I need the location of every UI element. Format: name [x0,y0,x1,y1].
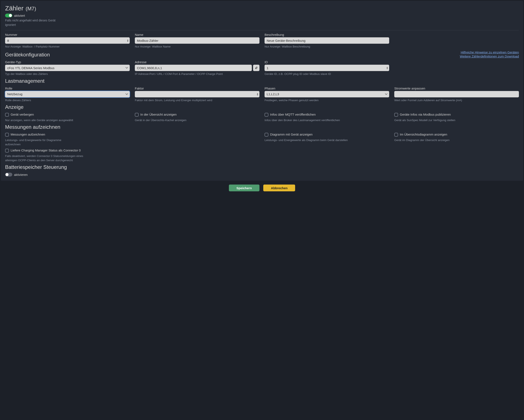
activated-label: aktiviert [14,14,25,17]
factor-field[interactable] [135,91,260,97]
mqtt-hint: Infos über den Broker des Lastmanagement… [264,118,389,122]
paperclip-icon [255,66,258,69]
address-hint: IP Adresse:Port / URL / COM Port & Param… [135,72,260,76]
diagram-device-checkbox[interactable] [264,133,268,137]
footer: Speichern Abbrechen [0,182,524,195]
address-label: Adresse [135,60,260,64]
page-title: Zähler [5,5,24,12]
device-type-hint: Typ der Wallbox oder des Zählers [5,72,130,76]
save-button[interactable]: Speichern [229,185,260,191]
modbus-publish-checkbox[interactable] [394,113,398,117]
adjust-hint: Wert oder Formel zum Addieren auf Stromw… [394,98,519,102]
phases-select[interactable]: L1,L2,L3 [264,91,389,97]
modbus-publish-hint: Gerät als SunSpec Modell zur Verfügung s… [394,118,519,122]
connector0-checkbox[interactable] [5,149,9,152]
name-field[interactable] [135,37,260,44]
attach-button[interactable] [253,65,260,71]
help-devices-link[interactable]: Hilfreiche Hinweise zu einzelnen Geräten [461,50,519,54]
name-label: Name [135,33,260,36]
number-hint: Nur Anzeige: Wallbox- / Parkplatz-Nummer [5,44,130,49]
battery-activate-label: aktivieren [14,173,28,176]
record-checkbox[interactable] [5,133,9,137]
record-hint: Leistungs- und Energiewerte für Diagramm… [5,138,69,147]
overview-diagram-checkbox[interactable] [394,133,398,137]
overview-diagram-label: Im Übersichtsdiagramm anzeigen [400,133,447,136]
connector0-hint: Falls deaktiviert, werden Connector 0 St… [5,154,90,163]
description-label: Beschreibung [264,33,389,36]
id-hint: Geräte ID, z.B. OCPP plug ID oder Modbus… [264,72,389,76]
activated-hint: Falls nicht angehakt wird dieses Gerät i… [5,18,60,27]
phases-hint: Festlegen, welche Phasen genutzt werden [264,98,389,102]
divider [5,30,519,30]
page-title-sub: (M7) [26,6,36,12]
hide-device-checkbox[interactable] [5,113,9,117]
activated-toggle[interactable] [5,14,12,17]
hide-device-label: Gerät verbergen [11,113,34,116]
battery-heading: Batteriespeicher Steuerung [5,164,519,170]
hide-device-hint: Nur anzeigen, wenn alle Geräte anzeigen … [5,118,130,122]
device-type-select[interactable]: cFos YTL DEM4A Series Modbus [5,65,130,71]
display-heading: Anzeige [5,104,519,110]
cancel-button[interactable]: Abbrechen [263,185,295,191]
factor-label: Faktor [135,86,260,90]
connector0-label: Liefere Charging Manager Status als Conn… [11,149,81,152]
diagram-device-hint: Leistungs- und Energiewerte als Diagramm… [264,138,389,142]
mqtt-label: Infos über MQTT veröffentlichen [270,113,316,116]
adjust-field[interactable] [394,91,519,97]
device-config-heading: Gerätekonfiguration [5,52,50,58]
meter-defs-link[interactable]: Weitere Zählerdefinitionen zum Download [460,55,519,58]
modbus-publish-label: Geräte Infos via Modbus publizieren [400,113,451,116]
description-hint: Nur Anzeige: Wallbox Beschreibung [264,44,389,49]
device-type-label: Geräte-Typ [5,60,130,64]
show-overview-hint: Gerät in der Übersichts-Kachel anzeigen [135,118,260,122]
description-field[interactable] [264,37,389,44]
role-select[interactable]: Netzbezug [5,91,130,97]
factor-hint: Faktor mit dem Strom, Leistung und Energ… [135,98,260,102]
mqtt-checkbox[interactable] [264,113,268,117]
battery-toggle[interactable] [5,173,12,176]
role-hint: Rolle dieses Zählers [5,98,130,102]
show-overview-checkbox[interactable] [135,113,139,117]
show-overview-label: In der Übersicht anzeigen [140,113,177,116]
overview-diagram-hint: Gerät im Diagramm der Übersicht anzeigen [394,138,519,142]
role-label: Rolle [5,86,130,90]
id-field[interactable] [264,65,389,71]
config-panel: Zähler (M7) aktiviert Falls nicht angeha… [1,1,523,181]
load-mgmt-heading: Lastmanagement [5,78,519,84]
address-field[interactable] [135,65,252,71]
number-field[interactable] [5,37,130,44]
id-label: ID [264,60,389,64]
recording-heading: Messungen aufzeichnen [5,124,519,130]
number-label: Nummer [5,33,130,36]
name-hint: Nur Anzeige: Wallbox Name [135,44,260,49]
record-label: Messungen aufzeichnen [11,133,45,136]
phases-label: Phasen [264,86,389,90]
diagram-device-label: Diagramm mit Gerät anzeigen [270,133,313,136]
adjust-label: Stromwerte anpassen [394,86,519,90]
